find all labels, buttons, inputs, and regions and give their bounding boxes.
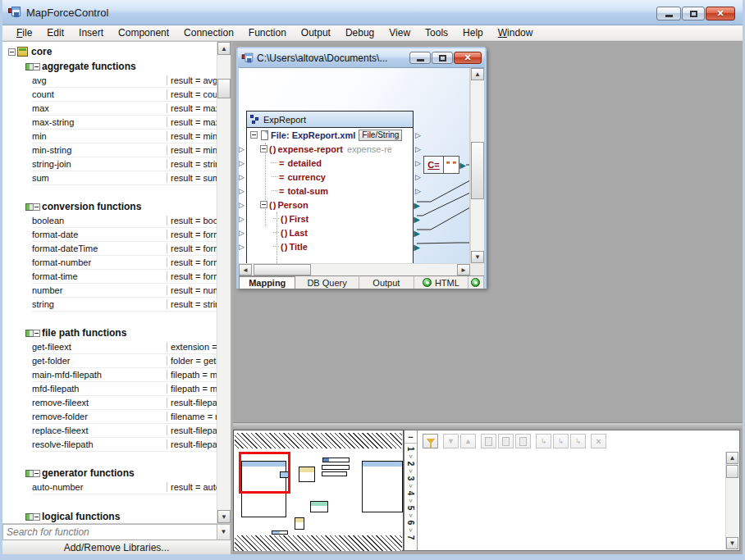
function-row[interactable]: main-mfd-filepathfilepath = ma — [32, 368, 217, 382]
constant-component[interactable]: C= " " ▶ — [423, 156, 459, 174]
horizontal-splitter[interactable] — [233, 422, 743, 430]
function-row[interactable]: format-numberresult = form — [32, 256, 217, 270]
library-root-core[interactable]: core — [2, 44, 217, 59]
output-connector-connected-icon[interactable]: ▶ — [414, 242, 420, 251]
menu-tools[interactable]: Tools — [418, 26, 455, 39]
menu-output[interactable]: Output — [294, 26, 338, 39]
child-restore-button[interactable] — [432, 52, 453, 64]
child-minimize-button[interactable] — [409, 52, 431, 64]
move-down-button[interactable]: ▼ — [443, 434, 459, 448]
expreport-component[interactable]: ExpReport File: ExpReport.xml File/Strin… — [246, 111, 414, 263]
scrollbar-thumb[interactable] — [726, 465, 738, 478]
output-connector-icon[interactable]: ▷ — [415, 131, 421, 139]
file-string-button[interactable]: File/String — [359, 130, 402, 141]
function-row[interactable]: format-dateresult = form — [32, 228, 217, 242]
overview-panel[interactable] — [233, 430, 404, 551]
tab-html[interactable]: HTML — [414, 276, 468, 289]
messages-list[interactable] — [423, 452, 724, 549]
messages-tab-7[interactable]: 7 — [409, 532, 414, 542]
add-remove-libraries-button[interactable]: Add/Remove Libraries... — [2, 540, 231, 555]
maximize-button[interactable] — [682, 7, 705, 20]
canvas-vertical-scrollbar[interactable]: ▲ ▼ — [470, 68, 484, 263]
close-button[interactable]: ✕ — [706, 7, 735, 20]
collapse-icon[interactable] — [260, 145, 267, 153]
scroll-up-icon[interactable]: ▲ — [217, 42, 231, 55]
collapse-icon[interactable] — [33, 203, 40, 211]
component-header[interactable]: ExpReport — [247, 112, 413, 128]
menu-window[interactable]: Window — [491, 26, 541, 39]
function-row[interactable]: maxresult = maxi — [32, 102, 217, 116]
messages-tab-6[interactable]: 6 — [409, 517, 414, 527]
output-connector-connected-icon[interactable]: ▶ — [414, 214, 420, 223]
collapse-icon[interactable] — [33, 513, 40, 521]
copy-all-messages-button[interactable] — [498, 434, 514, 448]
output-connector-icon[interactable]: ▷ — [415, 173, 421, 181]
input-connector-icon[interactable]: ▷ — [239, 243, 245, 251]
section-generator-functions[interactable]: generator functions — [2, 466, 217, 480]
output-connector-icon[interactable]: ▷ — [415, 145, 421, 153]
menu-edit[interactable]: Edit — [39, 26, 71, 39]
input-connector-icon[interactable]: ▷ — [239, 173, 245, 181]
collapse-icon[interactable] — [8, 48, 16, 56]
messages-tab-2[interactable]: 2 — [409, 458, 414, 468]
menu-connection[interactable]: Connection — [176, 26, 241, 39]
tree-node-element[interactable]: ( ) Person ▷ ▶ — [247, 198, 413, 212]
output-connector-connected-icon[interactable]: ▶ — [414, 200, 420, 209]
copy-message-button[interactable] — [481, 434, 496, 448]
collapse-icon[interactable] — [33, 63, 40, 71]
jump-to-source-button[interactable]: ↳ — [536, 434, 551, 448]
function-row[interactable]: max-stringresult = maxi — [32, 116, 217, 130]
function-row[interactable]: countresult = coun — [32, 88, 217, 102]
scroll-down-icon[interactable]: ▼ — [471, 251, 484, 263]
tree-node-element[interactable]: ( ) Last ▷ ▶ — [247, 225, 413, 239]
function-row[interactable]: resolve-filepathresult-filepat — [32, 438, 217, 452]
tab-partial[interactable] — [468, 276, 484, 289]
input-connector-icon[interactable]: ▷ — [239, 201, 245, 209]
library-scrollbar[interactable]: ▲ ▼ — [217, 42, 231, 523]
input-connector-icon[interactable]: ▷ — [239, 187, 245, 195]
tree-node-element[interactable]: ( ) expense-report expense-repo ▷ ▷ — [247, 142, 413, 156]
canvas-horizontal-scrollbar[interactable]: ◄ ► — [239, 263, 470, 275]
scroll-up-icon[interactable]: ▲ — [726, 452, 738, 464]
tree-node-attribute[interactable]: = currency ▷ ▷ — [247, 170, 413, 184]
function-row[interactable]: auto-numberresult = auto- — [32, 480, 217, 494]
function-row[interactable]: stringresult = strin — [32, 298, 217, 312]
scroll-down-icon[interactable]: ▼ — [217, 510, 231, 523]
function-row[interactable]: sumresult = sum( — [32, 171, 217, 185]
scroll-left-icon[interactable]: ◄ — [239, 264, 252, 275]
function-row[interactable]: min-stringresult = min( — [32, 143, 217, 157]
function-row[interactable]: format-timeresult = form — [32, 270, 217, 284]
function-row[interactable]: remove-fileextresult-filepat — [32, 396, 217, 410]
tab-output[interactable]: Output — [359, 276, 415, 289]
menu-file[interactable]: File — [9, 26, 39, 39]
output-connector-icon[interactable]: ▷ — [415, 187, 421, 195]
menu-component[interactable]: Component — [111, 26, 176, 39]
collapse-icon[interactable] — [250, 131, 258, 139]
scroll-down-icon[interactable]: ▼ — [726, 537, 738, 549]
clear-messages-button[interactable]: × — [591, 434, 606, 448]
tree-node-element[interactable]: ( ) First ▷ ▶ — [247, 212, 413, 225]
input-connector-icon[interactable]: ▷ — [239, 159, 245, 167]
section-conversion-functions[interactable]: conversion functions — [2, 199, 217, 214]
menu-function[interactable]: Function — [241, 26, 294, 39]
function-row[interactable]: string-joinresult = strin — [32, 157, 217, 171]
function-row[interactable]: get-folderfolder = get-f — [32, 354, 217, 368]
tree-node-element[interactable]: ( ) Title ▷ ▶ — [247, 239, 413, 253]
scroll-right-icon[interactable]: ► — [457, 264, 470, 275]
function-row[interactable]: numberresult = numb — [32, 284, 217, 298]
messages-tab-4[interactable]: 4 — [409, 488, 414, 498]
input-connector-icon[interactable]: ▷ — [239, 145, 245, 153]
function-row[interactable]: format-dateTimeresult = form — [32, 242, 217, 256]
messages-scrollbar[interactable]: ▲ ▼ — [725, 452, 738, 549]
messages-tab-current[interactable]: − — [404, 430, 417, 444]
collapse-icon[interactable] — [33, 330, 40, 337]
messages-tab-3[interactable]: 3 — [409, 473, 414, 483]
input-connector-icon[interactable]: ▷ — [239, 215, 245, 223]
collapse-icon[interactable] — [33, 470, 40, 477]
child-close-button[interactable]: ✕ — [454, 52, 482, 64]
section-logical-functions[interactable]: logical functions — [2, 509, 217, 523]
tab-mapping[interactable]: Mapping — [239, 276, 295, 289]
overview-viewport-rectangle[interactable] — [239, 452, 290, 494]
output-connector-connected-icon[interactable]: ▶ — [459, 161, 466, 170]
collapse-icon[interactable] — [260, 201, 267, 208]
